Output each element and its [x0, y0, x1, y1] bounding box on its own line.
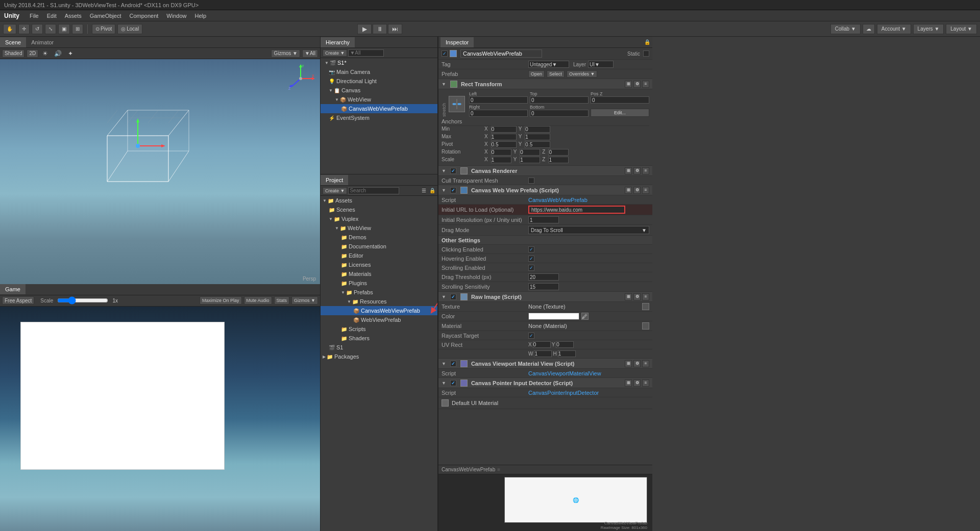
color-picker-btn[interactable]: 🖉 — [581, 313, 589, 320]
rect-transform-options-1[interactable]: ⊞ — [625, 81, 632, 88]
canvas-renderer-opt-2[interactable]: ⚙ — [633, 167, 641, 174]
tab-project[interactable]: Project — [321, 175, 348, 185]
tool-custom[interactable]: ⊞ — [72, 24, 83, 34]
tool-rect[interactable]: ▣ — [58, 24, 70, 34]
anchor-max-x[interactable] — [491, 134, 517, 140]
cwvp-opt-1[interactable]: ⊞ — [625, 187, 632, 194]
raw-image-header[interactable]: ▼ ✓ Raw Image (Script) ⊞ ⚙ ≡ — [438, 292, 652, 302]
play-button[interactable]: ▶ — [357, 24, 372, 34]
scene-audio-toggle[interactable]: 🔊 — [52, 50, 64, 57]
rot-z[interactable] — [548, 149, 569, 156]
canvas-renderer-opt-3[interactable]: ≡ — [642, 167, 649, 174]
project-item-packages[interactable]: ▶ 📁 Packages — [321, 352, 437, 361]
hovering-enabled-checkbox[interactable]: ✓ — [528, 256, 534, 262]
account-button[interactable]: Account ▼ — [877, 24, 911, 34]
top-input[interactable] — [530, 96, 589, 104]
project-item-shaders[interactable]: 📁 Shaders — [321, 334, 437, 343]
posz-input[interactable] — [591, 96, 649, 104]
project-item-scripts[interactable]: 📁 Scripts — [321, 324, 437, 334]
hierarchy-item-canvas[interactable]: ▼ 📋 Canvas — [321, 86, 437, 95]
scale-y[interactable] — [520, 157, 540, 163]
project-view-toggle[interactable]: ☰ — [422, 188, 426, 193]
project-item-materials[interactable]: 📁 Materials — [321, 269, 437, 279]
cpid-opt-2[interactable]: ⚙ — [633, 380, 641, 387]
project-item-resources[interactable]: ▼ 📁 Resources — [321, 297, 437, 306]
canvas-viewport-header[interactable]: ▼ ✓ Canvas Viewport Material View (Scrip… — [438, 359, 652, 369]
cwvp-opt-2[interactable]: ⚙ — [633, 187, 641, 194]
hierarchy-item-eventsystem[interactable]: ⚡ EventSystem — [321, 113, 437, 122]
tab-inspector[interactable]: Inspector — [440, 37, 474, 47]
hierarchy-item-canvaswebviewprefab[interactable]: 📦 CanvasWebViewPrefab — [321, 104, 437, 113]
cvmv-opt-1[interactable]: ⊞ — [625, 360, 632, 367]
project-item-prefabs[interactable]: ▼ 📁 Prefabs — [321, 288, 437, 297]
static-checkbox[interactable] — [643, 50, 649, 57]
cpid-opt-1[interactable]: ⊞ — [625, 380, 632, 387]
layout-button[interactable]: Layout ▼ — [946, 24, 977, 34]
rect-transform-options-3[interactable]: ≡ — [642, 81, 649, 88]
collab-button[interactable]: Collab ▼ — [830, 24, 861, 34]
scrolling-sensitivity-input[interactable] — [528, 283, 559, 290]
unity-logo[interactable]: Unity — [4, 12, 19, 19]
project-search[interactable] — [348, 187, 399, 194]
default-ui-material-row[interactable]: Default UI Material — [438, 397, 652, 409]
color-swatch[interactable] — [528, 313, 579, 320]
mute-audio-btn[interactable]: Mute Audio — [244, 296, 272, 305]
gizmos-dropdown[interactable]: Gizmos ▼ — [271, 49, 300, 58]
project-item-canvaswebviewprefab[interactable]: 📦 CanvasWebViewPrefab — [321, 306, 437, 315]
canvas-renderer-opt-1[interactable]: ⊞ — [625, 167, 632, 174]
tab-hierarchy[interactable]: Hierarchy — [321, 37, 355, 47]
anchor-min-x[interactable] — [491, 126, 517, 133]
project-item-webviewprefab[interactable]: 📦 WebViewPrefab — [321, 315, 437, 324]
canvas-pointer-header[interactable]: ▼ ✓ Canvas Pointer Input Detector (Scrip… — [438, 378, 652, 388]
canvas-webview-script-header[interactable]: ▼ ✓ Canvas Web View Prefab (Script) ⊞ ⚙ … — [438, 185, 652, 195]
rot-x[interactable] — [491, 149, 511, 156]
uv-h[interactable] — [558, 350, 576, 357]
project-item-scenes[interactable]: 📁 Scenes — [321, 205, 437, 214]
material-picker-btn[interactable] — [642, 322, 649, 330]
texture-picker-btn[interactable] — [642, 303, 649, 310]
gameobject-name-input[interactable] — [460, 49, 542, 58]
game-view[interactable] — [0, 307, 320, 532]
canvas-pointer-enabled[interactable]: ✓ — [450, 380, 456, 386]
hierarchy-search[interactable] — [348, 49, 384, 57]
tool-move[interactable]: ✛ — [18, 24, 30, 34]
scene-fx-toggle[interactable]: ✦ — [66, 50, 75, 57]
canvas-renderer-header[interactable]: ▼ ✓ Canvas Renderer ⊞ ⚙ ≡ — [438, 166, 652, 176]
shading-dropdown[interactable]: Shaded — [2, 49, 24, 58]
hierarchy-item-directional-light[interactable]: 💡 Directional Light — [321, 77, 437, 86]
tab-scene[interactable]: Scene — [0, 37, 26, 47]
blueprint-btn[interactable]: Edit... — [591, 109, 649, 117]
uv-w[interactable] — [534, 350, 552, 357]
raycast-target-checkbox[interactable]: ✓ — [528, 333, 534, 339]
tab-game[interactable]: Game — [0, 284, 26, 294]
select-btn[interactable]: Select — [547, 70, 565, 78]
project-item-documentation[interactable]: 📁 Documentation — [321, 242, 437, 251]
anchor-preset-icon[interactable] — [449, 96, 465, 112]
layers-button[interactable]: Layers ▼ — [913, 24, 944, 34]
scale-x[interactable] — [491, 157, 511, 163]
rawimg-opt-2[interactable]: ⚙ — [633, 293, 641, 300]
cvmv-opt-3[interactable]: ≡ — [642, 360, 649, 367]
anchor-min-y[interactable] — [525, 126, 550, 133]
menu-file[interactable]: File — [30, 13, 39, 19]
aspect-ratio-dropdown[interactable]: Free Aspect — [2, 296, 34, 305]
drag-mode-dropdown[interactable]: Drag To Scroll ▼ — [528, 226, 649, 234]
menu-component[interactable]: Component — [129, 13, 158, 19]
scene-view[interactable]: Y X Z — [0, 59, 320, 284]
drag-threshold-input[interactable] — [528, 273, 559, 281]
maximize-on-play-btn[interactable]: Maximize On Play — [200, 296, 242, 305]
hierarchy-create-btn[interactable]: Create ▼ — [323, 49, 347, 57]
project-item-licenses[interactable]: 📁 Licenses — [321, 260, 437, 269]
anchor-max-y[interactable] — [525, 134, 550, 140]
canvas-viewport-enabled[interactable]: ✓ — [450, 361, 456, 367]
menu-gameobject[interactable]: GameObject — [90, 13, 121, 19]
uv-y[interactable] — [556, 341, 574, 348]
cvmv-opt-2[interactable]: ⚙ — [633, 360, 641, 367]
project-item-vuplex[interactable]: ▼ 📁 Vuplex — [321, 214, 437, 223]
inspector-lock-icon[interactable]: 🔒 — [644, 39, 650, 45]
raw-image-enabled[interactable]: ✓ — [450, 294, 456, 300]
menu-edit[interactable]: Edit — [47, 13, 57, 19]
rawimg-opt-1[interactable]: ⊞ — [625, 293, 632, 300]
cwvp-opt-3[interactable]: ≡ — [642, 187, 649, 194]
bottom-input[interactable] — [530, 110, 589, 117]
